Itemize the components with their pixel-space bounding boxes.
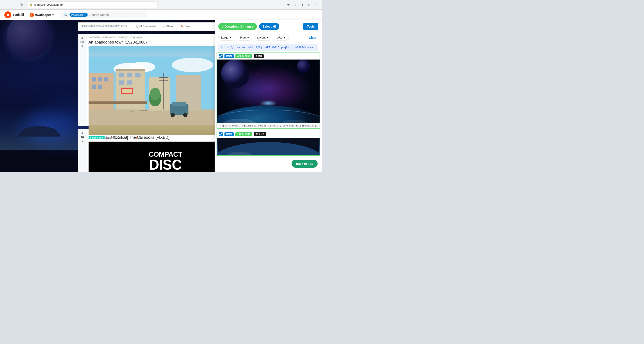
svg-rect-6 <box>92 77 96 81</box>
svg-point-33 <box>183 113 187 117</box>
image-checkbox-1[interactable] <box>219 54 223 58</box>
bookmark-icon[interactable]: ★ <box>285 2 291 8</box>
tools-btn[interactable]: Tools <box>303 23 318 30</box>
svg-rect-9 <box>92 84 96 89</box>
svg-rect-29 <box>159 80 168 81</box>
url-filter-btn[interactable]: URL ▼ <box>274 35 289 40</box>
vote-column: ▲ 121 ▼ <box>78 34 87 126</box>
search-tag-close[interactable]: ✕ <box>84 13 86 16</box>
address-bar[interactable]: 🔒 reddit.com/r/wallpaper/ <box>26 1 158 8</box>
svg-rect-28 <box>159 77 168 78</box>
image-url-1: https://styles.redditmedia.com/t5_2qmjl/… <box>217 123 320 129</box>
clear-btn[interactable]: Clear <box>307 35 318 40</box>
discover-link[interactable]: discoverpacimco.com/pages/buy-online <box>78 22 131 31</box>
post-title-2[interactable]: [3840x2160] The CD books (FIXED) <box>106 135 170 140</box>
reddit-icon: ■ <box>4 11 12 18</box>
layout-filter-label: Layout <box>257 36 266 39</box>
search-bar[interactable]: 🔍 r/wallpaper ✕ <box>60 11 147 18</box>
type-filter-label: Type <box>240 36 246 39</box>
dimensions-badge-2: 1920x1080 <box>236 132 252 136</box>
svg-rect-35 <box>130 111 133 112</box>
refresh-button[interactable]: ↻ <box>18 2 24 8</box>
comments-btn[interactable]: 💬 0 Comments <box>134 23 158 29</box>
search-input[interactable] <box>90 13 144 17</box>
svg-point-41 <box>286 63 286 64</box>
vote-column-2: ▲ 16 ▼ <box>78 129 87 172</box>
download-arrow-icon: ↓ <box>222 25 223 28</box>
extensions-icon[interactable]: ◇ <box>306 2 312 8</box>
upvote-btn-2[interactable]: ▲ <box>81 131 84 135</box>
reddit-logo-text: reddit <box>13 12 24 17</box>
bookmark-save-icon: 🔖 <box>180 25 184 28</box>
svg-rect-7 <box>98 77 102 81</box>
post-actions-top: 💬 0 Comments ↩ Share 🔖 Save <box>131 22 196 31</box>
chevron-size-icon: ▼ <box>229 36 232 39</box>
svg-rect-13 <box>118 73 124 77</box>
download-label: Download 3 images <box>225 25 254 28</box>
browser-icons: ★ ↓ ● ◇ ⋮ <box>285 2 319 8</box>
vote-count: 121 <box>80 40 84 43</box>
filter-bar: Large ▼ Type ▼ Layout ▼ URL ▼ Clear <box>215 33 322 42</box>
svg-point-40 <box>266 65 266 65</box>
made-this-badge: I made this <box>88 136 104 139</box>
image-preview-2[interactable] <box>217 138 320 155</box>
type-filter-btn[interactable]: Type ▼ <box>237 35 252 40</box>
chevron-layout-icon: ▼ <box>266 36 269 39</box>
svg-rect-34 <box>140 110 147 111</box>
upvote-btn[interactable]: ▲ <box>81 36 84 40</box>
svg-point-32 <box>170 113 175 117</box>
svg-point-50 <box>221 59 250 88</box>
size-filter-btn[interactable]: Large ▼ <box>218 35 235 40</box>
svg-point-3 <box>172 58 213 72</box>
svg-point-26 <box>150 88 160 100</box>
downvote-btn-2[interactable]: ▼ <box>81 140 84 144</box>
save-btn[interactable]: 🔖 Save <box>179 23 193 29</box>
download-images-btn[interactable]: ↓ Download 3 images <box>218 23 257 30</box>
size-badge-2: 811 KB <box>254 132 266 136</box>
layout-filter-btn[interactable]: Layout ▼ <box>254 35 272 40</box>
share-btn[interactable]: ↩ Share <box>162 23 175 29</box>
size-filter-label: Large <box>221 36 228 39</box>
image-card-2: PNG 1920x1080 811 KB <box>216 131 320 156</box>
comment-icon: 💬 <box>136 25 140 28</box>
svg-rect-12 <box>116 69 145 71</box>
subreddit-selector[interactable]: r r/wallpaper ▼ <box>28 11 56 18</box>
back-button[interactable]: ← <box>3 2 9 8</box>
svg-rect-27 <box>163 73 164 109</box>
download-overlay-panel: ↓ Download 3 images Select all Tools Lar… <box>214 20 322 172</box>
select-all-label: Select all <box>262 25 276 28</box>
url-filter-label: URL <box>277 36 282 39</box>
image-card-header-1: PNG 4000x2250 3 MB <box>217 53 320 59</box>
select-all-btn[interactable]: Select all <box>259 23 280 30</box>
forward-button[interactable]: → <box>10 2 17 8</box>
image-card-header-2: PNG 1920x1080 811 KB <box>217 131 320 138</box>
search-icon: 🔍 <box>63 13 68 17</box>
svg-point-51 <box>297 59 310 73</box>
image-checkbox-2[interactable] <box>219 132 223 136</box>
downvote-btn[interactable]: ▼ <box>81 44 84 48</box>
vote-count-2: 16 <box>81 136 84 139</box>
subreddit-icon: r <box>30 13 34 17</box>
chevron-url-icon: ▼ <box>283 36 286 39</box>
size-badge-1: 3 MB <box>254 54 264 58</box>
dimensions-badge-1: 4000x2250 <box>236 54 252 58</box>
svg-rect-16 <box>118 80 124 84</box>
download-icon[interactable]: ↓ <box>292 2 298 8</box>
svg-rect-17 <box>127 80 132 84</box>
panel-toolbar: ↓ Download 3 images Select all Tools <box>215 20 322 33</box>
reddit-header: ■ reddit r r/wallpaper ▼ 🔍 r/wallpaper ✕ <box>0 10 322 20</box>
profile-icon[interactable]: ● <box>299 2 305 8</box>
image-preview-1[interactable] <box>217 59 320 123</box>
chevron-down-icon: ▼ <box>52 13 54 16</box>
back-to-top-btn[interactable]: Back to Top <box>292 160 318 168</box>
browser-chrome: ← → ↻ 🔒 reddit.com/r/wallpaper/ ★ ↓ ● ◇ … <box>0 0 322 10</box>
menu-icon[interactable]: ⋮ <box>313 2 319 8</box>
reddit-logo[interactable]: ■ reddit <box>4 11 24 18</box>
format-badge-1: PNG <box>224 54 234 58</box>
svg-rect-8 <box>104 77 108 81</box>
tools-label: Tools <box>307 25 315 28</box>
subreddit-name: r/wallpaper <box>35 13 51 17</box>
svg-rect-14 <box>127 73 132 77</box>
svg-rect-15 <box>135 73 140 77</box>
svg-point-37 <box>222 63 222 63</box>
